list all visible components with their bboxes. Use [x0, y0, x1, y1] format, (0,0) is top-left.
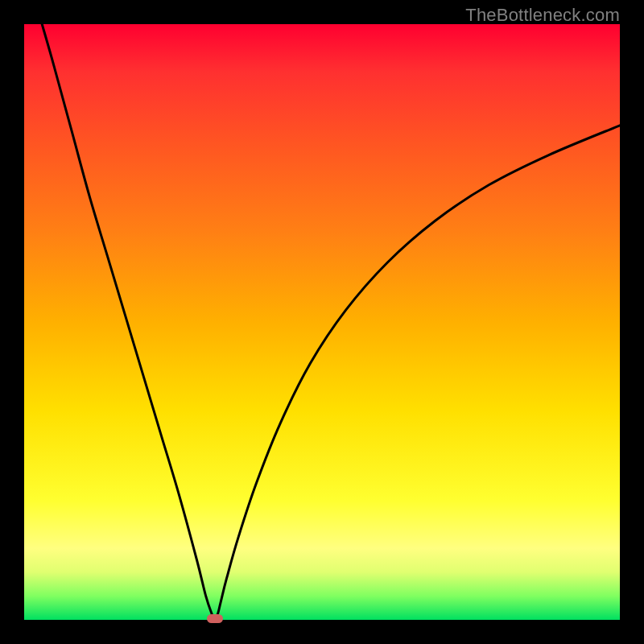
plot-area [24, 24, 620, 620]
minimum-marker [207, 614, 223, 623]
bottleneck-curve [42, 24, 620, 620]
curve-svg [24, 24, 620, 620]
watermark-label: TheBottleneck.com [465, 5, 620, 26]
chart-frame: TheBottleneck.com [0, 0, 644, 644]
